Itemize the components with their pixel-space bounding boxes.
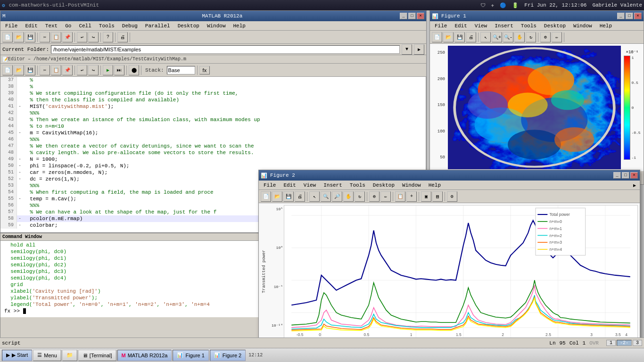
fig2-menu-edit[interactable]: Edit — [280, 181, 299, 189]
fig1-menu-desktop[interactable]: Desktop — [540, 22, 570, 30]
matlab-minimize-button[interactable]: _ — [400, 13, 407, 19]
fig2-menu-help[interactable]: Help — [425, 181, 445, 189]
fig2-menu-view[interactable]: View — [300, 181, 320, 189]
fig1-menu-edit[interactable]: Edit — [451, 22, 471, 30]
fig1-tb-zoom-in[interactable]: 🔍+ — [492, 32, 502, 42]
fig2-tb-copy[interactable]: 📋 — [395, 191, 405, 202]
tb-new-button[interactable]: 📄 — [2, 32, 13, 42]
menu-tools[interactable]: Tools — [95, 22, 118, 30]
fig1-tb-datacursor[interactable]: ⊕ — [540, 32, 551, 42]
editor-tb-step[interactable]: ⏭ — [114, 65, 124, 75]
taskbar-matlab-button[interactable]: M MATLAB R2012a — [117, 350, 172, 361]
fig2-menu-tools[interactable]: Tools — [346, 181, 369, 189]
tb-copy-button[interactable]: 📋 — [51, 32, 61, 42]
page-3-btn[interactable]: 3 — [633, 340, 642, 346]
tb-print-button[interactable]: 🖨 — [117, 32, 128, 42]
fig2-tb-save[interactable]: 💾 — [283, 191, 294, 202]
menu-parallel[interactable]: Parallel — [141, 22, 174, 30]
fig1-tb-arrow[interactable]: ↖ — [480, 32, 491, 42]
menu-edit[interactable]: Edit — [21, 22, 41, 30]
taskbar-files-button[interactable]: 📁 — [62, 350, 77, 361]
fig2-tb-zoom-in[interactable]: 🔍 — [321, 191, 331, 202]
menu-debug[interactable]: Debug — [118, 22, 141, 30]
fig2-tb-toggle1[interactable]: ▣ — [421, 191, 431, 202]
fig1-tb-save[interactable]: 💾 — [454, 32, 465, 42]
fig2-tb-open[interactable]: 📂 — [272, 191, 282, 202]
editor-tb-copy[interactable]: 📋 — [51, 65, 61, 75]
figure1-maximize-button[interactable]: □ — [626, 13, 633, 19]
fig1-menu-tools[interactable]: Tools — [517, 22, 540, 30]
fig1-menu-view[interactable]: View — [471, 22, 491, 30]
fig2-tb-zoom-out[interactable]: 🔎 — [332, 191, 342, 202]
fig1-tb-brush[interactable]: ✏ — [552, 32, 562, 42]
menu-help[interactable]: Help — [230, 22, 249, 30]
figure1-minimize-button[interactable]: _ — [617, 13, 625, 19]
figure2-minimize-button[interactable]: _ — [613, 172, 621, 179]
editor-tb-cut[interactable]: ✂ — [40, 65, 50, 75]
stack-input[interactable] — [167, 66, 195, 74]
fig1-menu-file[interactable]: File — [431, 22, 451, 30]
menu-cell[interactable]: Cell — [75, 22, 95, 30]
fig2-tb-options[interactable]: ⚙ — [447, 191, 457, 202]
fig2-menu-desktop[interactable]: Desktop — [369, 181, 398, 189]
fig2-tb-arrow[interactable]: ↖ — [309, 191, 320, 202]
menu-text[interactable]: Text — [41, 22, 61, 30]
taskbar-figure1-button[interactable]: 📊 Figure 1 — [173, 350, 208, 361]
fig1-tb-print[interactable]: 🖨 — [466, 32, 476, 42]
page-2-btn[interactable]: -2- — [617, 340, 632, 346]
fig2-tb-print[interactable]: 🖨 — [295, 191, 305, 202]
fig1-menu-insert[interactable]: Insert — [491, 22, 517, 30]
fig1-tb-open[interactable]: 📂 — [443, 32, 454, 42]
menu-go[interactable]: Go — [61, 22, 75, 30]
editor-tb-new[interactable]: 📄 — [2, 65, 13, 75]
fig1-tb-new[interactable]: 📄 — [432, 32, 442, 42]
menu-desktop[interactable]: Desktop — [174, 22, 203, 30]
tb-undo-button[interactable]: ↩ — [77, 32, 87, 42]
tb-open-button[interactable]: 📂 — [14, 32, 24, 42]
editor-tb-paste[interactable]: 📌 — [62, 65, 73, 75]
editor-tb-open[interactable]: 📂 — [14, 65, 24, 75]
fig2-tb-insert[interactable]: + — [406, 191, 417, 202]
folder-browse-button[interactable]: ▼ — [402, 44, 412, 55]
fig1-tb-pan[interactable]: ✋ — [514, 32, 525, 42]
fig1-menu-window[interactable]: Window — [570, 22, 596, 30]
fig1-menu-help[interactable]: Help — [596, 22, 616, 30]
editor-tb-undo[interactable]: ↩ — [77, 65, 87, 75]
fig2-tb-toggle2[interactable]: ▤ — [432, 191, 443, 202]
fig2-tb-datacursor[interactable]: ⊕ — [369, 191, 380, 202]
editor-tb-save[interactable]: 💾 — [25, 65, 35, 75]
fig2-menu-arrow[interactable]: ▸ — [630, 181, 639, 190]
tb-help-button[interactable]: ? — [103, 32, 113, 42]
page-1-btn[interactable]: 1 — [606, 340, 616, 346]
fig2-tb-pan[interactable]: ✋ — [343, 191, 354, 202]
fig2-menu-insert[interactable]: Insert — [320, 181, 346, 189]
figure2-close-button[interactable]: × — [630, 172, 638, 179]
fx-button[interactable]: fx — [199, 66, 210, 74]
fig1-tb-rotate[interactable]: ↻ — [526, 32, 536, 42]
tb-paste-button[interactable]: 📌 — [62, 32, 73, 42]
editor-tb-breakpoint[interactable]: ⬤ — [129, 65, 139, 75]
fig2-tb-rotate[interactable]: ↻ — [355, 191, 365, 202]
tb-redo-button[interactable]: ↪ — [88, 32, 99, 42]
matlab-maximize-button[interactable]: □ — [408, 13, 416, 19]
menu-file[interactable]: File — [1, 22, 21, 30]
editor-tb-run[interactable]: ▶ — [103, 65, 113, 75]
start-button[interactable]: ▶ ▶ Start — [2, 350, 32, 361]
matlab-close-button[interactable]: × — [417, 13, 424, 19]
fig2-tb-brush[interactable]: ✏ — [380, 191, 391, 202]
taskbar-menu-button[interactable]: ☰ Menu — [33, 350, 61, 361]
taskbar-figure2-button[interactable]: 📊 Figure 2 — [210, 350, 246, 361]
figure1-close-button[interactable]: × — [634, 13, 642, 19]
editor-tb-redo[interactable]: ↪ — [88, 65, 99, 75]
fig2-tb-new[interactable]: 📄 — [261, 191, 271, 202]
tb-save-button[interactable]: 💾 — [25, 32, 35, 42]
fig2-menu-file[interactable]: File — [260, 181, 280, 189]
folder-go-button[interactable]: ▶ — [414, 44, 424, 55]
folder-input[interactable] — [51, 45, 400, 54]
fig2-menu-window[interactable]: Window — [398, 181, 425, 189]
taskbar-terminal-button[interactable]: 🖥 [Terminal] — [78, 350, 116, 361]
tb-cut-button[interactable]: ✂ — [40, 32, 50, 42]
figure2-maximize-button[interactable]: □ — [622, 172, 629, 179]
fig1-tb-zoom-out[interactable]: 🔍- — [503, 32, 513, 42]
menu-window[interactable]: Window — [203, 22, 230, 30]
